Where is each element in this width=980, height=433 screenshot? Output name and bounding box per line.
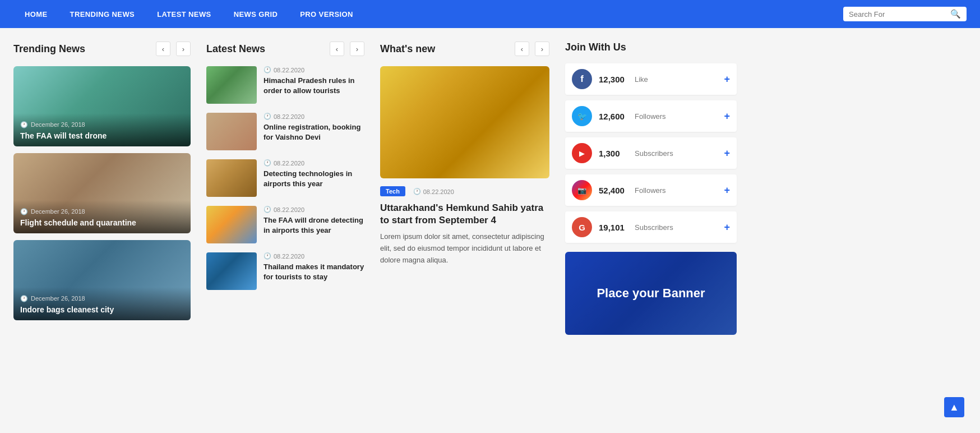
trending-prev[interactable]: ‹ [156, 42, 170, 56]
nav-latest-news[interactable]: LATEST NEWS [146, 0, 223, 28]
main-content: Trending News ‹ › 🕐 December 26, 2018 Th… [0, 28, 980, 348]
youtube-label: Subscribers [635, 149, 717, 158]
twitter-count: 12,600 [599, 112, 628, 121]
social-row-twitter: 🐦 12,600 Followers + [565, 100, 737, 132]
navbar: HOME TRENDING NEWS LATEST NEWS NEWS GRID… [0, 0, 980, 28]
whats-new-title: What's new [380, 43, 509, 55]
trend-date-0: 🕐 December 26, 2018 [20, 121, 184, 128]
trend-card-0[interactable]: 🕐 December 26, 2018 The FAA will test dr… [13, 66, 191, 146]
latest-thumb-3 [206, 206, 257, 243]
latest-thumb-1 [206, 113, 257, 150]
trending-header: Trending News ‹ › [13, 42, 191, 56]
latest-date-4: 🕐08.22.2020 [264, 252, 364, 260]
google-label: Subscribers [635, 223, 717, 232]
latest-item-0[interactable]: 🕐08.22.2020 Himachal Pradesh rules in or… [206, 66, 364, 104]
latest-title-1: Online registration, booking for Vaishno… [264, 122, 364, 142]
whats-new-prev[interactable]: ‹ [515, 42, 529, 56]
latest-title-4: Thailand makes it mandatory for tourists… [264, 262, 364, 282]
latest-prev[interactable]: ‹ [330, 42, 344, 56]
google-icon: G [572, 217, 592, 237]
latest-header: Latest News ‹ › [206, 42, 364, 56]
nav-home[interactable]: HOME [13, 0, 59, 28]
join-section: Join With Us f 12,300 Like + 🐦 12,600 Fo… [557, 42, 737, 335]
twitter-label: Followers [635, 112, 717, 121]
search-input[interactable] [849, 10, 950, 19]
facebook-count: 12,300 [599, 75, 628, 84]
facebook-icon: f [572, 69, 592, 89]
latest-title-0: Himachal Pradesh rules in order to allow… [264, 76, 364, 96]
latest-title-3: The FAA will drone detecting in airports… [264, 215, 364, 236]
facebook-label: Like [635, 75, 717, 84]
twitter-plus[interactable]: + [724, 110, 730, 122]
latest-item-3[interactable]: 🕐08.22.2020 The FAA will drone detecting… [206, 206, 364, 243]
social-row-google: G 19,101 Subscribers + [565, 211, 737, 243]
google-count: 19,101 [599, 223, 628, 232]
trend-title-2: Indore bags cleanest city [20, 305, 184, 315]
instagram-label: Followers [635, 186, 717, 195]
trending-next[interactable]: › [176, 42, 191, 56]
latest-next[interactable]: › [350, 42, 364, 56]
whats-new-desc: Lorem ipsum dolor sit amet, consectetur … [380, 231, 549, 266]
search-icon[interactable]: 🔍 [950, 9, 961, 19]
latest-date-3: 🕐08.22.2020 [264, 206, 364, 213]
trend-date-1: 🕐 December 26, 2018 [20, 208, 184, 215]
youtube-icon: ▶ [572, 143, 592, 163]
latest-item-2[interactable]: 🕐08.22.2020 Detecting technologies in ai… [206, 159, 364, 197]
banner-box[interactable]: Place your Banner [565, 252, 737, 335]
facebook-plus[interactable]: + [724, 73, 730, 85]
social-row-facebook: f 12,300 Like + [565, 63, 737, 95]
latest-thumb-2 [206, 159, 257, 197]
nav-items: HOME TRENDING NEWS LATEST NEWS NEWS GRID… [13, 0, 843, 28]
search-box: 🔍 [843, 7, 967, 21]
nav-news-grid[interactable]: NEWS GRID [223, 0, 289, 28]
nav-pro-version[interactable]: PRO VERSION [289, 0, 364, 28]
latest-item-1[interactable]: 🕐08.22.2020 Online registration, booking… [206, 113, 364, 150]
trend-card-2[interactable]: 🕐 December 26, 2018 Indore bags cleanest… [13, 240, 191, 320]
latest-date-0: 🕐08.22.2020 [264, 66, 364, 73]
whats-new-section: What's new ‹ › Tech 🕐08.22.2020 Uttarakh… [372, 42, 557, 335]
trend-title-1: Flight schedule and quarantine [20, 218, 184, 228]
join-title: Join With Us [565, 42, 737, 53]
instagram-plus[interactable]: + [724, 185, 730, 196]
whats-new-badge: Tech [380, 186, 405, 196]
trend-card-1[interactable]: 🕐 December 26, 2018 Flight schedule and … [13, 153, 191, 233]
twitter-icon: 🐦 [572, 106, 592, 126]
whats-new-header: What's new ‹ › [380, 42, 549, 56]
whats-new-image [380, 66, 549, 178]
trend-title-0: The FAA will test drone [20, 131, 184, 141]
whats-new-next[interactable]: › [535, 42, 549, 56]
youtube-plus[interactable]: + [724, 148, 730, 159]
latest-title-2: Detecting technologies in airports this … [264, 169, 364, 189]
latest-thumb-4 [206, 252, 257, 290]
whats-new-date: 🕐08.22.2020 [413, 188, 454, 195]
nav-trending-news[interactable]: TRENDING NEWS [59, 0, 146, 28]
instagram-count: 52,400 [599, 186, 628, 195]
trending-title: Trending News [13, 43, 150, 55]
whats-new-article-title[interactable]: Uttarakhand's Hemkund Sahib yatra to sta… [380, 202, 549, 227]
banner-text: Place your Banner [597, 286, 705, 301]
trending-section: Trending News ‹ › 🕐 December 26, 2018 Th… [13, 42, 198, 335]
latest-date-1: 🕐08.22.2020 [264, 113, 364, 120]
instagram-icon: 📷 [572, 180, 592, 200]
latest-thumb-0 [206, 66, 257, 104]
google-plus[interactable]: + [724, 222, 730, 233]
social-row-instagram: 📷 52,400 Followers + [565, 174, 737, 206]
latest-section: Latest News ‹ › 🕐08.22.2020 Himachal Pra… [198, 42, 372, 335]
youtube-count: 1,300 [599, 149, 628, 158]
social-row-youtube: ▶ 1,300 Subscribers + [565, 137, 737, 169]
latest-item-4[interactable]: 🕐08.22.2020 Thailand makes it mandatory … [206, 252, 364, 290]
latest-date-2: 🕐08.22.2020 [264, 159, 364, 167]
trend-date-2: 🕐 December 26, 2018 [20, 295, 184, 302]
latest-title: Latest News [206, 43, 324, 55]
